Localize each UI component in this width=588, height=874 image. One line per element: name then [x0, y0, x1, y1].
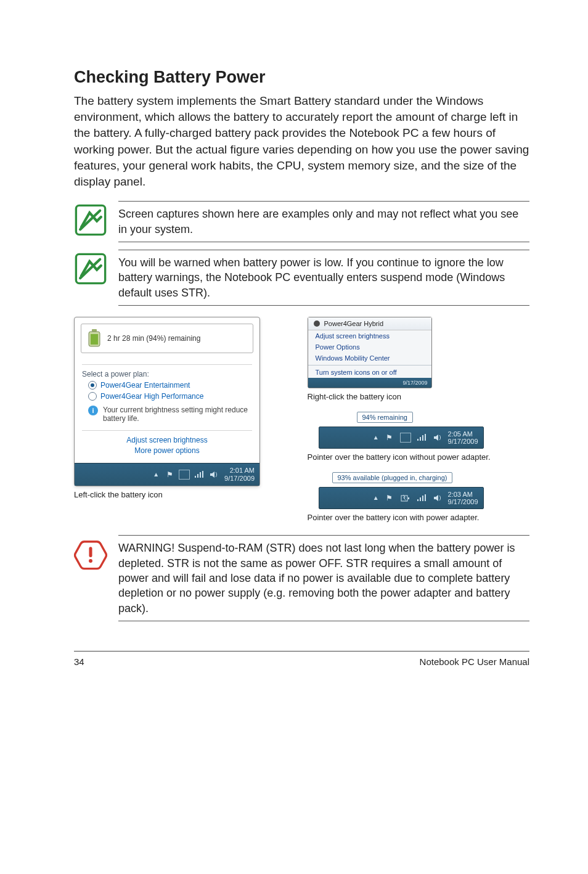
chevron-up-icon[interactable]: ▲ [373, 434, 379, 441]
network-icon[interactable] [416, 493, 427, 503]
page-footer: 34 Notebook PC User Manual [74, 651, 529, 667]
figure-caption: Left-click the battery icon [74, 490, 296, 500]
tray-clock[interactable]: 2:01 AM 9/17/2009 [224, 467, 255, 483]
menu-item-mobility-center[interactable]: Windows Mobility Center [308, 353, 431, 364]
volume-icon[interactable] [432, 433, 443, 443]
taskbar-tray-2: ▲ ⚑ 2:05 AM 9/17/2009 [319, 427, 484, 449]
tray-time: 2:03 AM [448, 491, 478, 498]
link-adjust-brightness[interactable]: Adjust screen brightness [82, 436, 252, 444]
menu-item-system-icons[interactable]: Turn system icons on or off [308, 367, 431, 378]
taskbar-tray: ▲ ⚑ 2:01 AM 9/17/2009 [75, 463, 259, 486]
chevron-up-icon[interactable]: ▲ [153, 471, 159, 478]
radio-selected-icon [88, 381, 97, 390]
battery-status-text: 2 hr 28 min (94%) remaining [107, 334, 200, 343]
page-number: 34 [74, 656, 84, 667]
note-text: Screen captures shown here are examples … [118, 201, 529, 242]
battery-charging-tray-icon[interactable] [400, 493, 411, 503]
volume-icon[interactable] [208, 470, 219, 480]
tray-time: 2:05 AM [448, 430, 478, 438]
tray-date: 9/17/2009 [448, 438, 478, 445]
plan-option-label: Power4Gear Entertainment [100, 381, 190, 390]
note-icon [74, 252, 107, 285]
menu-item-power-options[interactable]: Power Options [308, 341, 431, 353]
menu-title: Power4Gear Hybrid [324, 320, 384, 327]
plan-label: Select a power plan: [82, 370, 252, 378]
warning-icon [74, 537, 107, 571]
figure-caption: Pointer over the battery icon without po… [308, 452, 530, 463]
network-icon[interactable] [194, 470, 205, 480]
info-icon: i [88, 406, 98, 415]
battery-popup: 2 hr 28 min (94%) remaining Select a pow… [74, 317, 260, 486]
warning-text: WARNING! Suspend-to-RAM (STR) does not l… [118, 535, 529, 621]
link-more-power-options[interactable]: More power options [82, 446, 252, 455]
book-title: Notebook PC User Manual [420, 656, 529, 667]
menu-item-adjust-brightness[interactable]: Adjust screen brightness [308, 330, 431, 341]
svg-point-9 [89, 559, 92, 563]
flag-icon[interactable]: ⚑ [164, 470, 175, 480]
battery-tray-icon[interactable] [400, 433, 411, 443]
flag-icon[interactable]: ⚑ [384, 433, 395, 443]
note-box-1: Screen captures shown here are examples … [74, 201, 529, 242]
figure-caption: Right-click the battery icon [308, 392, 530, 402]
menu-title-row[interactable]: Power4Gear Hybrid [308, 317, 431, 330]
battery-tooltip-charging: 93% available (plugged in, charging) [332, 472, 453, 483]
svg-rect-8 [89, 547, 92, 558]
battery-tray-icon[interactable] [179, 470, 190, 480]
svg-rect-4 [91, 334, 98, 345]
tray-date: 9/17/2009 [224, 475, 255, 483]
page-heading: Checking Battery Power [74, 68, 529, 87]
tray-clock[interactable]: 2:05 AM 9/17/2009 [448, 430, 478, 445]
tray-clock[interactable]: 2:03 AM 9/17/2009 [448, 491, 478, 505]
battery-icon [88, 329, 101, 348]
figure-right-col: Power4Gear Hybrid Adjust screen brightne… [308, 317, 530, 523]
network-icon[interactable] [416, 433, 427, 443]
hybrid-icon [313, 320, 321, 327]
taskbar-tray-3: ▲ ⚑ 2:03 AM 9/17/2009 [319, 487, 484, 509]
info-text: Your current brightness setting might re… [103, 406, 252, 423]
volume-icon[interactable] [432, 493, 443, 503]
tray-time: 2:01 AM [224, 467, 255, 475]
figure-left-col: 2 hr 28 min (94%) remaining Select a pow… [74, 317, 296, 500]
note-box-2: You will be warned when battery power is… [74, 250, 529, 306]
chevron-up-icon[interactable]: ▲ [373, 494, 379, 501]
brightness-info: i Your current brightness setting might … [88, 406, 252, 423]
figure-caption: Pointer over the battery icon with power… [308, 513, 530, 523]
context-menu: Power4Gear Hybrid Adjust screen brightne… [308, 317, 432, 388]
plan-option-2[interactable]: Power4Gear High Performance [88, 392, 252, 401]
svg-rect-7 [408, 497, 409, 499]
tray-date: 9/17/2009 [448, 498, 478, 505]
svg-point-5 [314, 321, 320, 327]
radio-unselected-icon [88, 392, 97, 401]
flag-icon[interactable]: ⚑ [384, 493, 395, 503]
note-text: You will be warned when battery power is… [118, 250, 529, 306]
note-icon [74, 203, 107, 237]
plan-option-1[interactable]: Power4Gear Entertainment [88, 381, 252, 390]
svg-rect-2 [92, 329, 97, 332]
battery-tooltip: 94% remaining [357, 412, 413, 423]
plan-option-label: Power4Gear High Performance [100, 392, 203, 401]
warning-box: WARNING! Suspend-to-RAM (STR) does not l… [74, 535, 529, 621]
tray-date-small: 9/17/2009 [402, 380, 427, 386]
section-intro: The battery system implements the Smart … [74, 93, 529, 190]
battery-status-box: 2 hr 28 min (94%) remaining [81, 324, 253, 353]
